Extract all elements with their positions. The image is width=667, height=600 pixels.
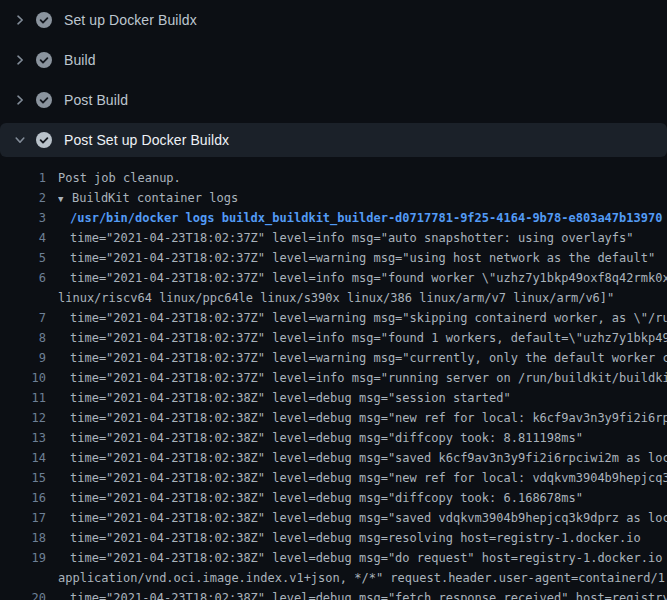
- log-line: 14 time="2021-04-23T18:02:38Z" level=deb…: [0, 448, 667, 468]
- log-line-text: time="2021-04-23T18:02:37Z" level=info m…: [70, 268, 667, 288]
- log-line: 1 Post job cleanup.: [0, 168, 667, 188]
- log-line: 17 time="2021-04-23T18:02:38Z" level=deb…: [0, 508, 667, 528]
- log-line: 20 time="2021-04-23T18:02:38Z" level=deb…: [0, 588, 667, 600]
- log-line-text: time="2021-04-23T18:02:37Z" level=warnin…: [70, 348, 667, 368]
- log-line-text: application/vnd.oci.image.index.v1+json,…: [58, 568, 667, 588]
- chevron-right-icon: [12, 92, 28, 108]
- check-circle-icon: [36, 92, 52, 108]
- log-line: 7 time="2021-04-23T18:02:37Z" level=warn…: [0, 308, 667, 328]
- log-line: application/vnd.oci.image.index.v1+json,…: [0, 568, 667, 588]
- log-line: 13 time="2021-04-23T18:02:38Z" level=deb…: [0, 428, 667, 448]
- step-row[interactable]: Set up Docker Buildx: [0, 0, 667, 40]
- log-line: 11 time="2021-04-23T18:02:38Z" level=deb…: [0, 388, 667, 408]
- step-row[interactable]: Build: [0, 40, 667, 80]
- log-line: 3 /usr/bin/docker logs buildx_buildkit_b…: [0, 208, 667, 228]
- steps-list: Set up Docker Buildx Build P: [0, 0, 667, 157]
- log-line-text: linux/riscv64 linux/ppc64le linux/s390x …: [58, 288, 667, 308]
- chevron-down-icon: [12, 132, 28, 148]
- step-title: Post Set up Docker Buildx: [64, 132, 229, 148]
- log-line-text: /usr/bin/docker logs buildx_buildkit_bui…: [70, 208, 667, 228]
- step-row[interactable]: Post Set up Docker Buildx: [0, 123, 667, 157]
- log-line-number[interactable]: 7: [0, 308, 46, 328]
- log-line: 10 time="2021-04-23T18:02:37Z" level=inf…: [0, 368, 667, 388]
- log-line-text: Post job cleanup.: [58, 168, 667, 188]
- log-line: 4 time="2021-04-23T18:02:37Z" level=info…: [0, 228, 667, 248]
- log-line-number[interactable]: 11: [0, 388, 46, 408]
- log-line-text: time="2021-04-23T18:02:37Z" level=info m…: [70, 228, 667, 248]
- log-line-text: time="2021-04-23T18:02:38Z" level=debug …: [70, 468, 667, 488]
- log-line-text: time="2021-04-23T18:02:37Z" level=warnin…: [70, 248, 667, 268]
- log-line: 6 time="2021-04-23T18:02:37Z" level=info…: [0, 268, 667, 288]
- log-line-number: [0, 568, 46, 588]
- check-circle-icon: [36, 52, 52, 68]
- log-line-text: time="2021-04-23T18:02:38Z" level=debug …: [70, 408, 667, 428]
- log-line-number[interactable]: 2: [0, 188, 46, 208]
- log-line-number[interactable]: 13: [0, 428, 46, 448]
- log-line-text: ▼BuildKit container logs: [58, 188, 667, 208]
- log-line-text: time="2021-04-23T18:02:37Z" level=warnin…: [70, 308, 667, 328]
- log-line: 16 time="2021-04-23T18:02:38Z" level=deb…: [0, 488, 667, 508]
- log-line-text: time="2021-04-23T18:02:38Z" level=debug …: [70, 428, 667, 448]
- log-line-text: time="2021-04-23T18:02:38Z" level=debug …: [70, 448, 667, 468]
- log-line-text: time="2021-04-23T18:02:38Z" level=debug …: [70, 508, 667, 528]
- log-line: 5 time="2021-04-23T18:02:37Z" level=warn…: [0, 248, 667, 268]
- log-line-number[interactable]: 4: [0, 228, 46, 248]
- log-lines: 1 Post job cleanup. 2 ▼BuildKit containe…: [0, 160, 667, 600]
- log-line-number[interactable]: 10: [0, 368, 46, 388]
- group-title[interactable]: BuildKit container logs: [72, 191, 238, 205]
- log-line-number[interactable]: 3: [0, 208, 46, 228]
- log-line-number[interactable]: 12: [0, 408, 46, 428]
- log-line-text: time="2021-04-23T18:02:37Z" level=info m…: [70, 368, 667, 388]
- log-line: 18 time="2021-04-23T18:02:38Z" level=deb…: [0, 528, 667, 548]
- step-title: Post Build: [64, 92, 128, 108]
- log-line-text: time="2021-04-23T18:02:38Z" level=debug …: [70, 528, 667, 548]
- log-line-number[interactable]: 18: [0, 528, 46, 548]
- log-line-number[interactable]: 17: [0, 508, 46, 528]
- step-title: Set up Docker Buildx: [64, 12, 197, 28]
- log-line-text: time="2021-04-23T18:02:38Z" level=debug …: [70, 488, 667, 508]
- log-line-text: time="2021-04-23T18:02:38Z" level=debug …: [70, 548, 667, 568]
- log-line-number: [0, 288, 46, 308]
- log-line-number[interactable]: 8: [0, 328, 46, 348]
- log-line-text: time="2021-04-23T18:02:38Z" level=debug …: [70, 388, 667, 408]
- log-line: 12 time="2021-04-23T18:02:38Z" level=deb…: [0, 408, 667, 428]
- log-line: 8 time="2021-04-23T18:02:37Z" level=info…: [0, 328, 667, 348]
- log-line-text: time="2021-04-23T18:02:37Z" level=info m…: [70, 328, 667, 348]
- log-line: 19 time="2021-04-23T18:02:38Z" level=deb…: [0, 548, 667, 568]
- step-row[interactable]: Post Build: [0, 80, 667, 120]
- log-line-number[interactable]: 20: [0, 588, 46, 600]
- log-line: linux/riscv64 linux/ppc64le linux/s390x …: [0, 288, 667, 308]
- log-line: 15 time="2021-04-23T18:02:38Z" level=deb…: [0, 468, 667, 488]
- log-line-number[interactable]: 14: [0, 448, 46, 468]
- check-circle-icon: [36, 12, 52, 28]
- log-line-number[interactable]: 9: [0, 348, 46, 368]
- log-line-number[interactable]: 5: [0, 248, 46, 268]
- log-line: 9 time="2021-04-23T18:02:37Z" level=warn…: [0, 348, 667, 368]
- step-title: Build: [64, 52, 96, 68]
- log-line-number[interactable]: 15: [0, 468, 46, 488]
- log-line: 2 ▼BuildKit container logs: [0, 188, 667, 208]
- log-line-number[interactable]: 6: [0, 268, 46, 288]
- chevron-right-icon: [12, 12, 28, 28]
- log-line-number[interactable]: 16: [0, 488, 46, 508]
- group-caret-down-icon[interactable]: ▼: [58, 189, 72, 209]
- chevron-right-icon: [12, 52, 28, 68]
- actions-log-viewer: Set up Docker Buildx Build P: [0, 0, 667, 600]
- log-line-text: time="2021-04-23T18:02:38Z" level=debug …: [70, 588, 667, 600]
- check-circle-icon: [36, 132, 52, 148]
- log-line-number[interactable]: 1: [0, 168, 46, 188]
- log-line-number[interactable]: 19: [0, 548, 46, 568]
